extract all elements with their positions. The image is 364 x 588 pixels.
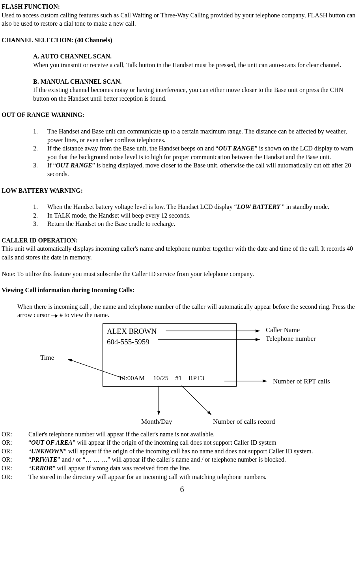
or-body: The stored in the directory will appear … [28,473,362,481]
or-body: “PRIVATE” and / or “… … …” will appear i… [28,455,362,464]
out-range-term: OUT RANGE [218,145,255,152]
channel-b-label: B. MANUAL CHANNEL SCAN. [33,77,358,86]
or-row-4: OR: “PRIVATE” and / or “… … …” will appe… [2,455,362,464]
list-text: In TALK mode, the Handset will beep ever… [47,211,358,220]
text-fragment: If the distance away from the Base unit,… [47,145,218,152]
list-number: 3. [33,161,47,178]
lowbatt-item-1: 1. When the Handset battery voltage leve… [33,203,358,211]
list-text: If the distance away from the Base unit,… [47,144,358,161]
lcd-phone-number: 604-555-5959 [107,337,232,347]
or-label: OR: [2,430,28,439]
arrow-right-icon [51,312,58,320]
lcd-screen: ALEX BROWN 604-555-5959 10:00AM 10/25 #1… [103,323,237,387]
outrange-item-2: 2. If the distance away from the Base un… [33,144,358,161]
or-body: “UNKNOWN” will appear if the origin of t… [28,447,362,456]
or-body: “OUT OF AREA” will appear if the origin … [28,438,362,447]
label-number-calls-record: Number of calls record [213,417,275,426]
or-label: OR: [2,455,28,464]
list-number: 2. [33,144,47,161]
lcd-caller-name: ALEX BROWN [107,326,232,336]
outrange-item-3: 3. If “OUT RANGE” is being displayed, mo… [33,161,358,178]
text-fragment: ” is being displayed, move closer to the… [47,162,351,177]
cid-heading: CALLER ID OPERATION: [2,236,362,245]
lowbatt-item-2: 2. In TALK mode, the Handset will beep e… [33,211,358,220]
or-row-1: OR: Caller's telephone number will appea… [2,430,362,439]
unknown-term: UNKNOWN [31,448,64,455]
or-label: OR: [2,447,28,456]
list-number: 1. [33,127,47,144]
lcd-status-line: 10:00AM 10/25 #1 RPT3 [119,374,204,383]
text-fragment: ” in standby mode. [282,203,329,210]
label-telephone-number: Telephone number [266,334,316,344]
text-fragment: When the Handset battery voltage level i… [47,203,237,210]
svg-marker-1 [55,314,58,317]
svg-line-7 [181,385,211,414]
text-fragment: ” will appear if the origin of the incom… [64,448,313,455]
low-battery-term: LOW BATTERY [237,203,282,210]
or-body: Caller's telephone number will appear if… [28,430,362,439]
channel-b-body: If the existing channel becomes noisy or… [33,86,358,103]
or-label: OR: [2,464,28,473]
page-number: 6 [2,484,362,495]
cid-note: Note: To utilize this feature you must s… [2,270,362,278]
or-label: OR: [2,438,28,447]
label-number-rpt: Number of RPT calls [273,377,330,386]
lowbatt-item-3: 3. Return the Handset on the Base cradle… [33,220,358,228]
cid-view-body: When there is incoming call , the name a… [17,302,358,320]
flash-heading: FLASH FUNCTION: [2,2,362,11]
text-fragment: ” and / or “… … …” will appear if the ca… [58,456,286,463]
list-number: 1. [33,203,47,211]
list-text: Return the Handset on the Base cradle to… [47,220,358,228]
list-number: 2. [33,211,47,220]
out-range-term: OUT RANGE [56,162,92,169]
outrange-item-1: 1. The Handset and Base unit can communi… [33,127,358,144]
label-month-day: Month/Day [141,417,172,426]
text-fragment: ” will appear if wrong data was received… [52,465,190,472]
cid-view-heading: Viewing Call information during Incoming… [2,286,362,295]
or-row-5: OR: “ERROR” will appear if wrong data wa… [2,464,362,473]
list-number: 3. [33,220,47,228]
list-text: The Handset and Base unit can communicat… [47,127,358,144]
or-row-3: OR: “UNKNOWN” will appear if the origin … [2,447,362,456]
or-row-6: OR: The stored in the directory will app… [2,473,362,481]
channel-heading: CHANNEL SELECTION: (40 Channels) [2,36,362,45]
flash-body: Used to access custom calling features s… [2,11,362,28]
list-text: When the Handset battery voltage level i… [47,203,358,211]
text-fragment: ” will appear if the origin of the incom… [73,439,276,446]
private-term: PRIVATE [31,456,57,463]
list-text: If “OUT RANGE” is being displayed, move … [47,161,358,178]
caller-id-diagram: ALEX BROWN 604-555-5959 10:00AM 10/25 #1… [2,323,362,430]
label-caller-name: Caller Name [266,326,300,335]
or-body: “ERROR” will appear if wrong data was re… [28,464,362,473]
channel-a-label: A. AUTO CHANNEL SCAN. [33,52,358,61]
cid-body: This unit will automatically displays in… [2,244,362,261]
text-fragment: If “ [47,162,56,169]
lowbatt-heading: LOW BATTERY WARNING: [2,186,362,195]
text-fragment: # to view the name. [60,312,109,318]
label-time: Time [40,353,54,363]
or-label: OR: [2,473,28,481]
channel-a-body: When you transmit or receive a call, Tal… [33,61,358,70]
or-row-2: OR: “OUT OF AREA” will appear if the ori… [2,438,362,447]
out-of-area-term: OUT OF AREA [31,439,73,446]
error-term: ERROR [31,465,52,472]
outrange-heading: OUT OF RANGE WARNING: [2,111,362,119]
